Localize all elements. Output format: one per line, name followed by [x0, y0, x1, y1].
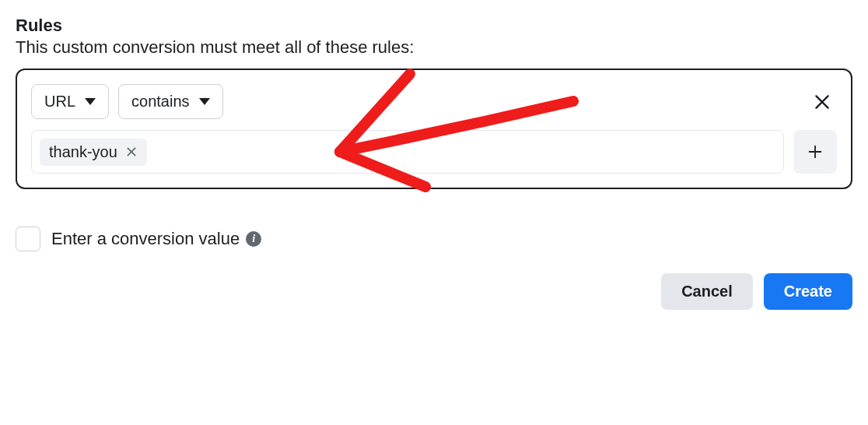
rules-section: Rules This custom conversion must meet a… — [16, 16, 852, 310]
cancel-button[interactable]: Cancel — [661, 273, 753, 310]
add-value-button[interactable] — [793, 130, 837, 174]
rule-value-row: thank-you — [31, 130, 837, 174]
section-subtitle: This custom conversion must meet all of … — [16, 37, 852, 58]
conversion-value-text: Enter a conversion value — [51, 229, 240, 249]
footer-actions: Cancel Create — [16, 273, 852, 310]
field-dropdown[interactable]: URL — [31, 84, 109, 119]
field-dropdown-label: URL — [44, 93, 75, 111]
value-input[interactable]: thank-you — [31, 130, 784, 174]
info-icon[interactable]: i — [246, 231, 261, 247]
annotation-arrow — [317, 51, 604, 198]
rules-container: URL contains thank-you — [16, 68, 852, 189]
close-icon — [125, 146, 138, 158]
chevron-down-icon — [85, 98, 96, 105]
chip-remove-button[interactable] — [125, 146, 138, 158]
rule-condition-row: URL contains — [31, 84, 837, 119]
remove-rule-button[interactable] — [807, 87, 837, 117]
conversion-value-row: Enter a conversion value i — [16, 227, 852, 251]
close-icon — [812, 92, 832, 112]
conversion-value-label: Enter a conversion value i — [51, 229, 261, 249]
plus-icon — [807, 143, 824, 160]
conversion-value-checkbox[interactable] — [16, 227, 40, 251]
chevron-down-icon — [199, 98, 210, 105]
create-button[interactable]: Create — [764, 273, 852, 310]
value-chip: thank-you — [40, 139, 147, 166]
operator-dropdown[interactable]: contains — [118, 84, 223, 119]
section-title: Rules — [16, 16, 852, 36]
operator-dropdown-label: contains — [131, 93, 190, 111]
chip-text: thank-you — [49, 143, 117, 161]
